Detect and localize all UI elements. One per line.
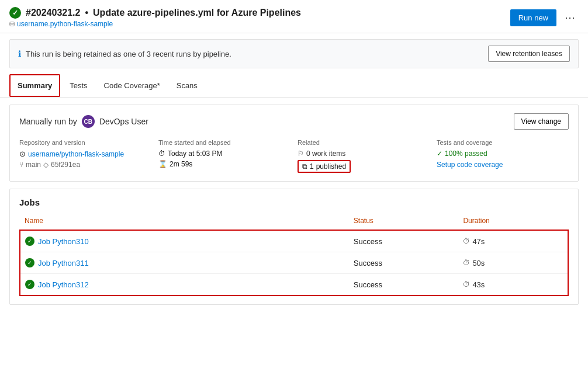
- header-left: ✓ #20240321.2 • Update azure-pipelines.y…: [9, 7, 301, 28]
- job-success-icon: ✓: [25, 258, 34, 267]
- time-started-value: ⏱ Today at 5:03 PM: [158, 150, 290, 158]
- meta-tests: Tests and coverage ✓ 100% passed Setup c…: [437, 139, 569, 173]
- job-name-cell: ✓ Job Python310: [20, 230, 349, 252]
- run-new-button[interactable]: Run new: [510, 9, 556, 26]
- column-header-status: Status: [349, 214, 459, 230]
- repo-link[interactable]: username/python-flask-sample: [28, 150, 124, 158]
- page-container: ✓ #20240321.2 • Update azure-pipelines.y…: [0, 0, 588, 365]
- diamond-icon: ◇: [43, 161, 49, 169]
- meta-repository: Repository and version ⊙ username/python…: [19, 139, 151, 173]
- published-label: published: [316, 162, 346, 171]
- info-icon: ℹ: [18, 49, 21, 58]
- job-name-link[interactable]: Job Python310: [38, 237, 89, 246]
- user-avatar: CB: [82, 115, 95, 128]
- title-separator: •: [85, 8, 88, 18]
- time-elapsed: 2m 59s: [170, 160, 192, 168]
- table-row: ✓ Job Python311 Success ⏱ 50s: [20, 252, 568, 274]
- related-label: Related: [298, 139, 430, 146]
- time-elapsed-value: ⌛ 2m 59s: [158, 160, 290, 168]
- tab-summary-label: Summary: [18, 81, 52, 90]
- job-success-icon: ✓: [25, 237, 34, 246]
- subtitle-link[interactable]: username.python-flask-sample: [17, 20, 113, 28]
- branch-name: main: [26, 161, 41, 169]
- header: ✓ #20240321.2 • Update azure-pipelines.y…: [0, 0, 588, 33]
- main-content: Manually run by CB DevOps User View chan…: [0, 98, 588, 312]
- summary-card: Manually run by CB DevOps User View chan…: [9, 105, 579, 182]
- tab-code-coverage[interactable]: Code Coverage*: [97, 75, 167, 97]
- job-duration-cell: ⏱ 50s: [458, 252, 568, 274]
- run-number: #20240321.2: [26, 8, 80, 18]
- job-status-cell: Success: [349, 230, 459, 252]
- tab-summary[interactable]: Summary: [9, 74, 60, 97]
- tab-scans[interactable]: Scans: [170, 75, 205, 97]
- table-row: ✓ Job Python310 Success ⏱ 47s: [20, 230, 568, 252]
- job-status-cell: Success: [349, 274, 459, 296]
- tab-coverage-label: Code Coverage*: [104, 81, 160, 90]
- repo-icon: ⛁: [9, 20, 15, 28]
- view-retention-leases-button[interactable]: View retention leases: [488, 46, 570, 62]
- run-title: Update azure-pipelines.yml for Azure Pip…: [93, 8, 301, 18]
- job-duration-value: 50s: [472, 259, 485, 267]
- time-started: Today at 5:03 PM: [168, 150, 222, 158]
- job-duration-cell: ⏱ 47s: [458, 230, 568, 252]
- retention-message-area: ℹ This run is being retained as one of 3…: [18, 49, 231, 58]
- work-items-icon: ⚐: [298, 150, 304, 158]
- published-count: 1: [310, 162, 314, 171]
- retention-message: This run is being retained as one of 3 r…: [26, 50, 231, 58]
- retention-banner: ℹ This run is being retained as one of 3…: [9, 39, 579, 68]
- jobs-table-header: Name Status Duration: [20, 214, 568, 230]
- work-items-count: 0 work items: [306, 150, 345, 158]
- job-name-link[interactable]: Job Python311: [38, 259, 89, 267]
- time-label: Time started and elapsed: [158, 139, 290, 146]
- tab-tests-label: Tests: [70, 81, 87, 90]
- job-name-link[interactable]: Job Python312: [38, 280, 89, 289]
- summary-header: Manually run by CB DevOps User View chan…: [19, 113, 569, 130]
- work-items-value: ⚐ 0 work items: [298, 150, 430, 158]
- tests-label: Tests and coverage: [437, 139, 569, 146]
- jobs-title: Jobs: [19, 197, 569, 207]
- branch-commit: ⑂ main ◇ 65f291ea: [19, 161, 151, 169]
- tab-scans-label: Scans: [177, 81, 198, 90]
- more-options-button[interactable]: ⋯: [561, 9, 579, 26]
- user-name: DevOps User: [99, 117, 148, 126]
- table-row: ✓ Job Python312 Success ⏱ 43s: [20, 274, 568, 296]
- tabs-bar: Summary Tests Code Coverage* Scans: [0, 74, 588, 98]
- page-title: ✓ #20240321.2 • Update azure-pipelines.y…: [9, 7, 301, 19]
- job-duration-value: 47s: [472, 237, 485, 246]
- manually-run-prefix: Manually run by: [19, 117, 77, 126]
- setup-coverage-link-container: Setup code coverage: [437, 160, 569, 169]
- github-icon: ⊙: [19, 150, 26, 158]
- duration-clock-icon: ⏱: [463, 280, 470, 288]
- tests-passed-value: ✓ 100% passed: [437, 150, 569, 158]
- repo-name-value: ⊙ username/python-flask-sample: [19, 150, 151, 158]
- calendar-icon: ⏱: [158, 150, 165, 158]
- meta-related: Related ⚐ 0 work items ⧉ 1 published: [298, 139, 430, 173]
- job-success-icon: ✓: [25, 280, 34, 289]
- repo-label: Repository and version: [19, 139, 151, 146]
- view-change-button[interactable]: View change: [514, 113, 569, 130]
- column-header-name: Name: [20, 214, 349, 230]
- jobs-card: Jobs Name Status Duration ✓ Job Python31…: [9, 189, 579, 305]
- clock-icon: ⌛: [158, 160, 167, 168]
- job-name-cell: ✓ Job Python311: [20, 252, 349, 274]
- job-duration-value: 43s: [472, 280, 485, 289]
- header-subtitle: ⛁ username.python-flask-sample: [9, 20, 301, 28]
- jobs-tbody: ✓ Job Python310 Success ⏱ 47s ✓ Job Pyth…: [20, 230, 568, 296]
- tests-passed-text: 100% passed: [445, 150, 487, 158]
- job-duration-cell: ⏱ 43s: [458, 274, 568, 296]
- setup-code-coverage-link[interactable]: Setup code coverage: [437, 161, 503, 169]
- meta-time: Time started and elapsed ⏱ Today at 5:03…: [158, 139, 290, 173]
- meta-grid: Repository and version ⊙ username/python…: [19, 139, 569, 173]
- success-status-icon: ✓: [9, 7, 21, 19]
- job-status-cell: Success: [349, 252, 459, 274]
- published-container: ⧉ 1 published: [298, 160, 430, 173]
- published-badge[interactable]: ⧉ 1 published: [298, 160, 351, 173]
- manually-run-info: Manually run by CB DevOps User: [19, 115, 148, 128]
- header-actions: Run new ⋯: [510, 9, 579, 26]
- tab-tests[interactable]: Tests: [63, 75, 94, 97]
- duration-clock-icon: ⏱: [463, 259, 470, 267]
- jobs-table: Name Status Duration ✓ Job Python310 Suc…: [19, 214, 569, 296]
- duration-clock-icon: ⏱: [463, 237, 470, 245]
- commit-hash: 65f291ea: [51, 161, 80, 169]
- checkmark-icon: ✓: [437, 150, 442, 158]
